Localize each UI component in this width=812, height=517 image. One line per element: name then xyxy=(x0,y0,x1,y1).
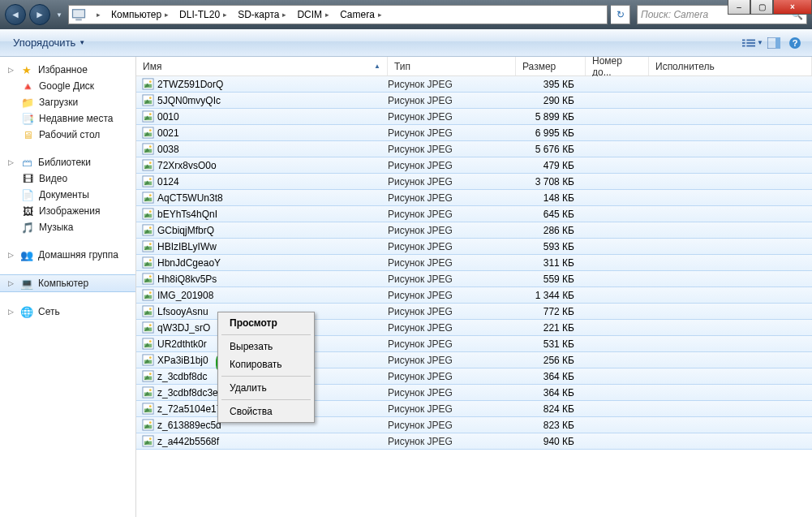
refresh-button[interactable]: ↻ xyxy=(611,5,630,24)
column-type[interactable]: Тип xyxy=(388,57,516,75)
preview-pane-button[interactable] xyxy=(763,34,784,52)
file-row[interactable]: 0010Рисунок JPEG5 899 КБ xyxy=(136,108,812,125)
file-row[interactable]: HbnJdCgeaoYРисунок JPEG311 КБ xyxy=(136,254,812,271)
sidebar-item-computer[interactable]: ▷ 💻 Компьютер xyxy=(0,274,135,292)
chevron-right-icon: ▸ xyxy=(325,11,329,19)
sidebar-item[interactable]: 📄Документы xyxy=(0,187,135,203)
file-name: 2TWZ591DorQ xyxy=(157,79,388,90)
svg-rect-4 xyxy=(742,42,745,44)
back-button[interactable]: ◄ xyxy=(5,4,26,25)
file-row[interactable]: IMG_201908Рисунок JPEG1 344 КБ xyxy=(136,287,812,304)
context-copy[interactable]: Копировать xyxy=(220,355,312,373)
file-row[interactable]: GCbiqjMfbrQРисунок JPEG286 КБ xyxy=(136,222,812,239)
file-type: Рисунок JPEG xyxy=(388,306,516,317)
image-file-icon xyxy=(141,208,154,221)
library-icon: 🖼 xyxy=(21,205,34,218)
computer-icon xyxy=(71,6,87,23)
context-delete[interactable]: Удалить xyxy=(220,379,312,397)
column-name[interactable]: Имя ▲ xyxy=(136,57,388,75)
file-name: z_a442b5568f xyxy=(157,436,388,447)
chevron-right-icon: ▸ xyxy=(223,11,227,19)
file-row[interactable]: 0038Рисунок JPEG5 676 КБ xyxy=(136,140,812,157)
breadcrumb[interactable]: Camera▸ xyxy=(335,6,388,24)
file-name: 0124 xyxy=(157,176,388,187)
collapse-icon: ▷ xyxy=(8,158,15,166)
file-type: Рисунок JPEG xyxy=(388,144,516,155)
file-row[interactable]: 0124Рисунок JPEG3 708 КБ xyxy=(136,173,812,190)
file-type: Рисунок JPEG xyxy=(388,160,516,171)
column-track[interactable]: Номер до... xyxy=(586,57,649,75)
breadcrumb[interactable]: DLI-TL20▸ xyxy=(174,6,233,24)
image-file-icon xyxy=(141,143,154,156)
forward-button[interactable]: ► xyxy=(29,4,50,25)
file-name: GCbiqjMfbrQ xyxy=(157,225,388,236)
context-properties[interactable]: Свойства xyxy=(220,403,312,420)
svg-point-14 xyxy=(148,80,151,83)
file-row[interactable]: 5JQN0mvyQIcРисунок JPEG290 КБ xyxy=(136,92,812,109)
file-row[interactable]: AqCT5WUn3t8Рисунок JPEG148 КБ xyxy=(136,189,812,206)
column-size[interactable]: Размер xyxy=(516,57,586,75)
file-type: Рисунок JPEG xyxy=(388,371,516,382)
file-type: Рисунок JPEG xyxy=(388,111,516,123)
close-button[interactable]: × xyxy=(773,0,812,15)
file-name: 5JQN0mvyQIc xyxy=(157,95,388,106)
breadcrumb[interactable]: ▸ xyxy=(88,6,106,24)
file-type: Рисунок JPEG xyxy=(388,176,516,187)
svg-rect-5 xyxy=(746,42,755,44)
view-options-button[interactable]: ▼ xyxy=(742,34,763,52)
chevron-down-icon: ▼ xyxy=(757,39,763,46)
file-row[interactable]: HBIzIBLyIWwРисунок JPEG593 КБ xyxy=(136,238,812,255)
sidebar-item[interactable]: 📁Загрузки xyxy=(0,94,135,110)
file-size: 286 КБ xyxy=(516,225,586,236)
svg-point-32 xyxy=(148,178,151,180)
file-type: Рисунок JPEG xyxy=(388,403,516,415)
breadcrumb[interactable]: Компьютер▸ xyxy=(106,6,174,24)
breadcrumb[interactable]: SD-карта▸ xyxy=(233,6,292,24)
sidebar-item[interactable]: 🔺Google Диск xyxy=(0,78,135,94)
file-row[interactable]: 2TWZ591DorQРисунок JPEG395 КБ xyxy=(136,76,812,93)
file-row[interactable]: 0021Рисунок JPEG6 995 КБ xyxy=(136,124,812,141)
sidebar-item[interactable]: 🖥Рабочий стол xyxy=(0,127,135,143)
maximize-button[interactable]: ▢ xyxy=(750,0,773,15)
file-size: 148 КБ xyxy=(516,192,586,204)
svg-point-62 xyxy=(148,340,151,343)
image-file-icon xyxy=(141,78,154,91)
folder-icon: 🔺 xyxy=(21,80,34,93)
context-cut[interactable]: Вырезать xyxy=(220,338,312,355)
minimize-button[interactable]: – xyxy=(728,0,750,15)
help-button[interactable]: ? xyxy=(784,34,806,52)
file-row[interactable]: 72Xrx8vsO0oРисунок JPEG479 КБ xyxy=(136,157,812,174)
file-size: 290 КБ xyxy=(516,95,586,106)
sidebar-item[interactable]: 🖼Изображения xyxy=(0,203,135,219)
command-bar: Упорядочить ▼ ▼ ? xyxy=(0,29,812,57)
svg-point-44 xyxy=(148,243,151,245)
address-bar[interactable]: ▸ Компьютер▸DLI-TL20▸SD-карта▸DCIM▸Camer… xyxy=(68,5,608,24)
svg-rect-0 xyxy=(73,10,85,18)
context-view[interactable]: Просмотр xyxy=(220,314,312,332)
separator xyxy=(221,399,311,400)
network-header[interactable]: ▷ 🌐 Сеть xyxy=(0,304,135,320)
folder-icon: 🖥 xyxy=(21,128,34,141)
homegroup-header[interactable]: ▷ 👥 Домашняя группа xyxy=(0,247,135,263)
file-size: 3 708 КБ xyxy=(516,176,586,187)
image-file-icon xyxy=(141,94,154,107)
libraries-header[interactable]: ▷ 🗃 Библиотеки xyxy=(0,154,135,170)
explorer-window: – ▢ × ◄ ► ▼ ▸ Компьютер▸DLI-TL20▸SD-карт… xyxy=(0,0,812,517)
sidebar-item[interactable]: 🎵Музыка xyxy=(0,219,135,235)
svg-rect-9 xyxy=(775,37,780,49)
history-dropdown[interactable]: ▼ xyxy=(54,6,65,23)
file-row[interactable]: Hh8iQ8kv5PsРисунок JPEG559 КБ xyxy=(136,270,812,287)
library-icon: 🎵 xyxy=(21,221,34,234)
file-row[interactable]: bEYhTs4hQnIРисунок JPEG645 КБ xyxy=(136,205,812,222)
favorites-header[interactable]: ▷ ★ Избранное xyxy=(0,62,135,78)
file-list[interactable]: 2TWZ591DorQРисунок JPEG395 КБ5JQN0mvyQIc… xyxy=(136,76,812,517)
sidebar-item[interactable]: 🎞Видео xyxy=(0,170,135,187)
file-row[interactable]: z_a442b5568fРисунок JPEG940 КБ xyxy=(136,433,812,450)
folder-icon: 📁 xyxy=(21,96,34,109)
column-artist[interactable]: Исполнитель xyxy=(649,57,812,75)
image-file-icon xyxy=(141,419,154,432)
organize-button[interactable]: Упорядочить ▼ xyxy=(6,33,92,52)
folder-icon: 📑 xyxy=(21,112,34,125)
sidebar-item[interactable]: 📑Недавние места xyxy=(0,110,135,127)
breadcrumb[interactable]: DCIM▸ xyxy=(292,6,335,24)
